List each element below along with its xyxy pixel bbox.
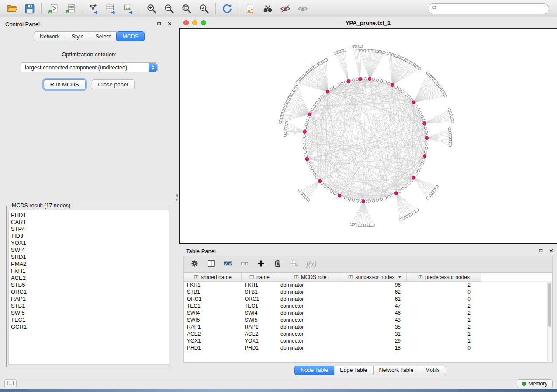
show-panels-button[interactable]: [4, 379, 17, 388]
table-row[interactable]: SWI4SWI4dominator462: [184, 309, 552, 316]
zoom-in-icon: [146, 3, 157, 14]
delete-table-button[interactable]: [290, 259, 299, 269]
tab-node-table[interactable]: Node Table: [294, 366, 334, 375]
export-table-button[interactable]: [102, 2, 120, 16]
maximize-window-icon[interactable]: [201, 20, 206, 25]
save-icon: [24, 3, 35, 14]
network-search-box[interactable]: [428, 3, 549, 14]
mcds-result-item[interactable]: FKH1: [11, 268, 166, 275]
delete-column-button[interactable]: [273, 259, 282, 269]
mcds-result-item[interactable]: STP4: [11, 226, 166, 233]
table-cell: 62: [343, 289, 407, 295]
mcds-result-item[interactable]: SWI4: [11, 247, 166, 254]
mcds-result-item[interactable]: ACE2: [11, 275, 166, 282]
network-canvas[interactable]: [179, 28, 557, 244]
tab-select[interactable]: Select: [90, 31, 117, 41]
column-type-icon: [418, 274, 423, 281]
scrollbar-thumb[interactable]: [548, 283, 551, 327]
mcds-result-item[interactable]: GCR1: [11, 323, 166, 330]
table-row[interactable]: YOX1YOX1connector291: [184, 337, 552, 344]
table-row[interactable]: ACE2ACE2connector311: [184, 330, 552, 337]
table-row[interactable]: ORC1ORC1dominator610: [184, 296, 552, 303]
table-scrollbar[interactable]: [547, 282, 552, 361]
hide-graphics-details-button[interactable]: [277, 2, 294, 16]
mcds-result-list[interactable]: PHD1CAR1STP4TID3YOX1SWI4SRD1PMA2FKH1ACE2…: [8, 210, 169, 365]
mcds-result-item[interactable]: PMA2: [11, 261, 166, 268]
table-cell: ACE2: [242, 331, 277, 337]
mcds-result-item[interactable]: CAR1: [11, 219, 166, 226]
search-input[interactable]: [440, 6, 545, 12]
mcds-result-item[interactable]: ORC1: [11, 289, 166, 296]
mcds-result-item[interactable]: SWI5: [11, 309, 166, 316]
memory-button[interactable]: Memory: [517, 379, 553, 388]
save-session-button[interactable]: [21, 2, 38, 16]
refresh-icon: [221, 3, 233, 14]
import-network-button[interactable]: [44, 2, 62, 16]
column-header-mcds-role[interactable]: MCDS role: [277, 273, 343, 282]
zoom-out-button[interactable]: [160, 2, 178, 16]
run-mcds-button[interactable]: Run MCDS: [44, 79, 86, 89]
close-panel-button[interactable]: [166, 21, 173, 28]
control-panel: Control Panel Network Style Select MCDS …: [3, 17, 176, 378]
table-cell: 47: [343, 303, 407, 309]
zoom-selected-button[interactable]: [195, 2, 213, 16]
table-row[interactable]: STB1STB1dominator620: [184, 289, 552, 296]
optimization-criterion-label: Optimization criterion:: [3, 51, 176, 58]
table-row[interactable]: TEC1TEC1connector472: [184, 303, 552, 309]
table-row[interactable]: FKH1FKH1dominator962: [184, 282, 552, 289]
search-network-button[interactable]: [259, 2, 277, 16]
select-all-columns-button[interactable]: [223, 259, 233, 270]
column-header-name[interactable]: name: [242, 273, 277, 282]
mcds-result-item[interactable]: STB1: [11, 303, 166, 309]
open-session-button[interactable]: [3, 2, 21, 16]
export-network-button[interactable]: [85, 2, 102, 16]
table-row[interactable]: PHD1PHD1dominator180: [184, 344, 552, 351]
import-table-button[interactable]: [62, 2, 79, 16]
export-document-button[interactable]: [242, 2, 259, 16]
zoom-fit-button[interactable]: [178, 2, 195, 16]
tab-edge-table[interactable]: Edge Table: [334, 366, 373, 375]
minimize-window-icon[interactable]: [192, 20, 197, 25]
mcds-result-item[interactable]: STB5: [11, 282, 166, 289]
network-graph[interactable]: [180, 29, 557, 243]
mcds-result-item[interactable]: TEC1: [11, 316, 166, 323]
tab-network[interactable]: Network: [34, 31, 66, 41]
table-cell: ORC1: [242, 296, 277, 302]
mcds-result-item[interactable]: PHD1: [11, 212, 166, 219]
deselect-all-columns-button[interactable]: [240, 259, 249, 269]
show-graphics-details-button[interactable]: [294, 2, 311, 16]
mcds-result-item[interactable]: TID3: [11, 233, 166, 240]
table-row[interactable]: SWI5SWI5connector431: [184, 316, 552, 323]
tab-network-table[interactable]: Network Table: [374, 366, 420, 375]
float-panel-button[interactable]: [156, 21, 163, 28]
export-image-button[interactable]: [120, 2, 137, 16]
column-type-icon: [249, 274, 255, 281]
create-column-button[interactable]: [256, 259, 266, 269]
tab-style[interactable]: Style: [66, 31, 90, 41]
column-header-shared-name[interactable]: shared name: [184, 273, 242, 282]
zoom-in-button[interactable]: [143, 2, 160, 16]
close-table-panel-button[interactable]: [547, 248, 554, 254]
column-header-predecessor-nodes[interactable]: predecessor nodes: [407, 273, 481, 282]
table-row[interactable]: RAP1RAP1dominator352: [184, 323, 552, 330]
function-builder-button[interactable]: f(x): [306, 260, 317, 268]
mcds-result-item[interactable]: RAP1: [11, 296, 166, 303]
optimization-criterion-select[interactable]: largest connected component (undirected): [21, 62, 158, 72]
split-panel-button[interactable]: [207, 259, 216, 269]
column-header-successor-nodes[interactable]: successor nodes: [343, 273, 407, 282]
tab-mcds[interactable]: MCDS: [116, 31, 145, 41]
tab-motifs[interactable]: Motifs: [419, 366, 446, 375]
splitter-handle-icon[interactable]: [176, 194, 178, 202]
horizontal-splitter[interactable]: [179, 244, 557, 246]
close-panel-action-button[interactable]: Close panel: [92, 79, 135, 89]
close-window-icon[interactable]: [183, 20, 189, 25]
import-table-icon: [65, 3, 76, 14]
column-type-icon: [348, 274, 353, 281]
vertical-splitter[interactable]: [176, 17, 179, 378]
mcds-result-item[interactable]: YOX1: [11, 240, 166, 247]
float-table-panel-button[interactable]: [537, 248, 544, 254]
table-settings-button[interactable]: [190, 259, 199, 269]
mcds-result-item[interactable]: SRD1: [11, 254, 166, 261]
column-label: predecessor nodes: [425, 274, 470, 280]
refresh-view-button[interactable]: [218, 2, 236, 16]
